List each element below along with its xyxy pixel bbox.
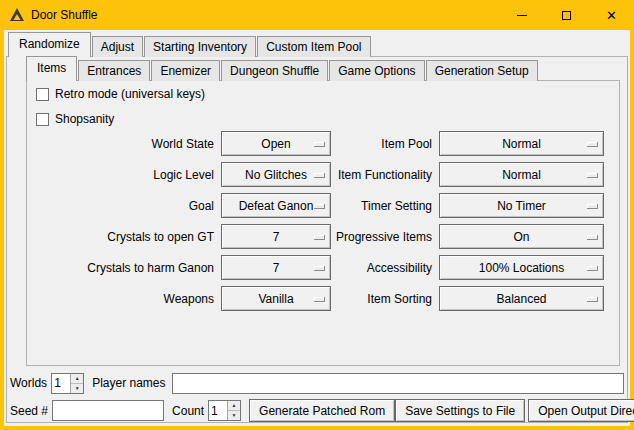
- accessibility-value: 100% Locations: [479, 261, 564, 275]
- item-sorting-dropdown[interactable]: Balanced: [439, 286, 604, 311]
- world-state-label: World State: [32, 137, 214, 151]
- maximize-button[interactable]: [544, 0, 589, 30]
- item-sorting-label: Item Sorting: [302, 292, 432, 306]
- open-output-directory-button[interactable]: Open Output Directory: [528, 399, 634, 422]
- crystals-ganon-value: 7: [273, 261, 280, 275]
- count-input[interactable]: [209, 401, 227, 420]
- timer-setting-label: Timer Setting: [302, 199, 432, 213]
- progressive-items-row: Progressive Items On: [302, 224, 604, 249]
- crystals-gt-label: Crystals to open GT: [32, 230, 214, 244]
- item-functionality-dropdown[interactable]: Normal: [439, 162, 604, 187]
- goal-label: Goal: [32, 199, 214, 213]
- title-bar[interactable]: Door Shuffle ✕: [0, 0, 634, 30]
- window-content: Randomize Adjust Starting Inventory Cust…: [4, 30, 630, 426]
- item-pool-value: Normal: [502, 137, 541, 151]
- worlds-spinbox: ▲ ▼: [51, 373, 84, 394]
- logic-level-row: Logic Level No Glitches: [32, 162, 331, 187]
- weapons-value: Vanilla: [258, 292, 293, 306]
- tab-enemizer[interactable]: Enemizer: [151, 60, 220, 81]
- tab-items[interactable]: Items: [26, 56, 77, 81]
- item-functionality-value: Normal: [502, 168, 541, 182]
- dropdown-indicator-icon: [587, 204, 598, 209]
- retro-mode-checkbox[interactable]: [36, 88, 49, 101]
- minimize-icon: [517, 15, 527, 16]
- worlds-input[interactable]: [52, 374, 70, 393]
- dropdown-indicator-icon: [587, 297, 598, 302]
- count-spin-down-icon[interactable]: ▼: [228, 411, 240, 420]
- tab-entrances[interactable]: Entrances: [78, 60, 150, 81]
- item-sorting-value: Balanced: [496, 292, 546, 306]
- window-title: Door Shuffle: [31, 8, 98, 22]
- accessibility-label: Accessibility: [302, 261, 432, 275]
- tab-adjust[interactable]: Adjust: [92, 36, 143, 57]
- tab-dungeon-shuffle[interactable]: Dungeon Shuffle: [221, 60, 328, 81]
- minimize-button[interactable]: [499, 0, 544, 30]
- player-names-label: Player names: [92, 376, 165, 390]
- accessibility-dropdown[interactable]: 100% Locations: [439, 255, 604, 280]
- timer-setting-row: Timer Setting No Timer: [302, 193, 604, 218]
- logic-level-label: Logic Level: [32, 168, 214, 182]
- dropdown-indicator-icon: [587, 173, 598, 178]
- worlds-spin-down-icon[interactable]: ▼: [71, 384, 83, 393]
- player-names-input[interactable]: [172, 373, 625, 394]
- item-pool-row: Item Pool Normal: [302, 131, 604, 156]
- app-window: Door Shuffle ✕ Randomize Adjust Starting…: [0, 0, 634, 430]
- goal-row: Goal Defeat Ganon: [32, 193, 331, 218]
- item-functionality-row: Item Functionality Normal: [302, 162, 604, 187]
- tab-game-options[interactable]: Game Options: [329, 60, 424, 81]
- shopsanity-row: Shopsanity: [36, 111, 114, 127]
- seed-input[interactable]: [52, 400, 164, 421]
- weapons-label: Weapons: [32, 292, 214, 306]
- sub-tab-bar: Items Entrances Enemizer Dungeon Shuffle…: [26, 56, 539, 81]
- tab-generation-setup[interactable]: Generation Setup: [426, 60, 538, 81]
- tab-custom-item-pool[interactable]: Custom Item Pool: [257, 36, 370, 57]
- logic-level-value: No Glitches: [245, 168, 307, 182]
- crystals-ganon-row: Crystals to harm Ganon 7: [32, 255, 331, 280]
- count-spin-up-icon[interactable]: ▲: [228, 401, 240, 411]
- app-icon: [9, 7, 25, 23]
- worlds-spin-arrows: ▲ ▼: [70, 374, 83, 393]
- save-settings-button[interactable]: Save Settings to File: [395, 399, 525, 422]
- crystals-gt-value: 7: [273, 230, 280, 244]
- dropdown-indicator-icon: [587, 235, 598, 240]
- item-sorting-row: Item Sorting Balanced: [302, 286, 604, 311]
- count-spin-arrows: ▲ ▼: [227, 401, 240, 420]
- progressive-items-dropdown[interactable]: On: [439, 224, 604, 249]
- close-icon: ✕: [606, 9, 617, 22]
- count-label: Count: [172, 404, 204, 418]
- worlds-spin-up-icon[interactable]: ▲: [71, 374, 83, 384]
- crystals-ganon-label: Crystals to harm Ganon: [32, 261, 214, 275]
- item-functionality-label: Item Functionality: [302, 168, 432, 182]
- weapons-row: Weapons Vanilla: [32, 286, 331, 311]
- timer-setting-value: No Timer: [497, 199, 546, 213]
- dropdown-indicator-icon: [587, 142, 598, 147]
- dropdown-indicator-icon: [587, 266, 598, 271]
- sub-notebook-frame: [26, 80, 620, 366]
- accessibility-row: Accessibility 100% Locations: [302, 255, 604, 280]
- close-button[interactable]: ✕: [589, 0, 634, 30]
- count-spinbox: ▲ ▼: [208, 400, 241, 421]
- item-pool-label: Item Pool: [302, 137, 432, 151]
- window-controls: ✕: [499, 0, 634, 30]
- retro-mode-label: Retro mode (universal keys): [55, 87, 205, 101]
- tab-randomize[interactable]: Randomize: [8, 32, 91, 57]
- progressive-items-label: Progressive Items: [302, 230, 432, 244]
- tab-starting-inventory[interactable]: Starting Inventory: [144, 36, 256, 57]
- timer-setting-dropdown[interactable]: No Timer: [439, 193, 604, 218]
- shopsanity-label: Shopsanity: [55, 112, 114, 126]
- crystals-gt-row: Crystals to open GT 7: [32, 224, 331, 249]
- maximize-icon: [562, 11, 571, 20]
- shopsanity-checkbox[interactable]: [36, 113, 49, 126]
- item-pool-dropdown[interactable]: Normal: [439, 131, 604, 156]
- seed-label: Seed #: [10, 404, 48, 418]
- worlds-row: Worlds ▲ ▼ Player names: [10, 372, 624, 394]
- main-tab-bar: Randomize Adjust Starting Inventory Cust…: [8, 32, 372, 57]
- world-state-value: Open: [261, 137, 290, 151]
- seed-row: Seed # Count ▲ ▼ Generate Patched Rom Sa…: [10, 399, 624, 422]
- worlds-label: Worlds: [10, 376, 47, 390]
- generate-patched-rom-button[interactable]: Generate Patched Rom: [249, 399, 395, 422]
- progressive-items-value: On: [513, 230, 529, 244]
- retro-mode-row: Retro mode (universal keys): [36, 86, 205, 102]
- world-state-row: World State Open: [32, 131, 331, 156]
